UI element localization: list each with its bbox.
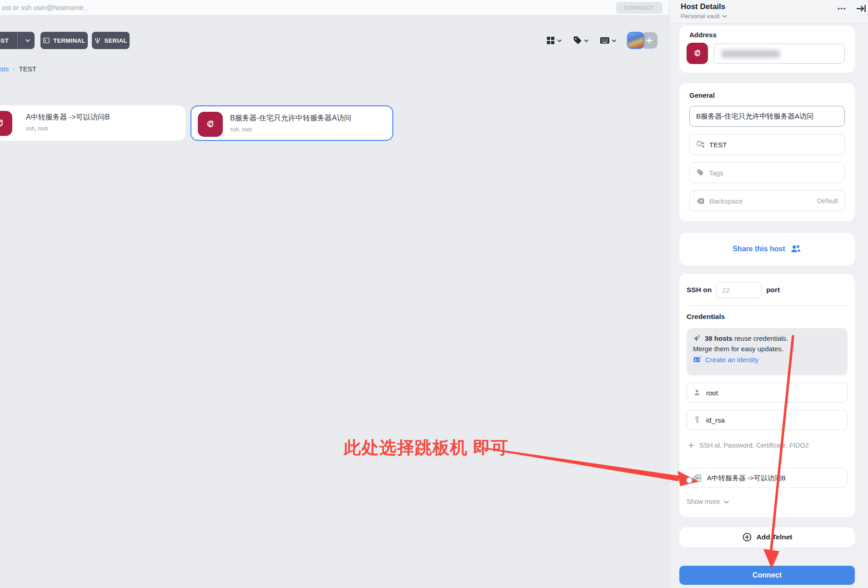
tags-filter-control[interactable]	[572, 35, 589, 45]
chevron-down-icon[interactable]	[21, 37, 35, 44]
collapse-panel-button[interactable]	[855, 2, 868, 16]
chevron-down-icon	[723, 498, 730, 505]
annotation-text: 此处选择跳板机 即可	[344, 436, 509, 459]
key-field[interactable]: id_rsa	[687, 410, 848, 430]
backspace-label: Backspace	[709, 197, 743, 205]
breadcrumb-separator: ›	[13, 65, 15, 72]
host-card-b[interactable]: B服务器-住宅只允许中转服务器A访问 ssh, root	[191, 105, 393, 141]
reuse-count: 38 hosts	[705, 334, 733, 342]
port-input[interactable]	[716, 282, 762, 298]
share-host-link[interactable]: Share this host	[733, 245, 785, 253]
debian-icon	[198, 112, 223, 137]
keyboard-icon	[599, 35, 610, 46]
debian-icon	[0, 111, 12, 136]
share-host-card[interactable]: Share this host	[679, 233, 855, 265]
breadcrumb-hosts-link[interactable]: sts	[0, 65, 9, 73]
divider	[687, 305, 848, 306]
reuse-text: reuse credentials.	[733, 334, 788, 342]
host-card-a[interactable]: A中转服务器 ->可以访问B ssh, root	[0, 105, 186, 141]
merge-text: Merge them for easy updates.	[693, 344, 841, 354]
redacted-address	[722, 50, 780, 58]
new-host-button[interactable]: HOST	[0, 32, 35, 49]
credentials-info-box: 38 hosts reuse credentials. Merge them f…	[687, 328, 848, 375]
vault-label: Personal vault	[681, 13, 720, 20]
plus-icon	[687, 442, 695, 449]
host-title: B服务器-住宅只允许中转服务器A访问	[230, 114, 351, 123]
create-identity-link[interactable]: Create an identity	[693, 354, 841, 365]
new-terminal-button[interactable]: TERMINAL	[40, 32, 88, 49]
host-name-value: B服务器-住宅只允许中转服务器A访问	[696, 112, 813, 121]
user-icon	[693, 389, 701, 397]
address-card: Address	[679, 25, 855, 73]
more-options-button[interactable]	[836, 3, 848, 16]
address-heading: Address	[689, 31, 717, 39]
host-title: A中转服务器 ->可以访问B	[26, 113, 110, 122]
show-more-label: Show more	[687, 498, 720, 505]
credentials-heading: Credentials	[687, 313, 725, 321]
collapse-right-icon	[856, 3, 867, 14]
circle-plus-icon	[742, 532, 752, 542]
host-name-input[interactable]: B服务器-住宅只允许中转服务器A访问	[689, 106, 845, 127]
terminal-icon	[43, 37, 50, 44]
main-area: CONNECT HOST TERMINAL SERIAL	[0, 0, 669, 588]
divider	[17, 32, 18, 49]
serial-label: SERIAL	[104, 37, 127, 44]
host-subtitle: ssh, root	[26, 125, 48, 132]
add-credential-label: SSH.id, Password, Certificate, FIDO2	[699, 442, 809, 449]
group-field[interactable]: TEST	[689, 134, 845, 155]
ellipsis-icon	[837, 4, 847, 14]
ssh-card: SSH on port Credentials 38 hosts reuse c…	[679, 274, 855, 517]
tags-field[interactable]: Tags	[689, 162, 845, 183]
keyboard-control[interactable]	[599, 35, 617, 46]
quick-connect-button[interactable]: CONNECT	[616, 2, 662, 14]
new-serial-button[interactable]: SERIAL	[92, 32, 130, 49]
terminal-label: TERMINAL	[53, 37, 85, 44]
host-chain-icon	[693, 473, 702, 483]
group-icon	[696, 140, 705, 149]
plus-icon	[645, 36, 653, 45]
host-subtitle: ssh, root	[230, 126, 252, 133]
layout-grid-control[interactable]	[546, 35, 562, 45]
panel-title: Host Details	[681, 2, 725, 11]
general-heading: General	[689, 91, 715, 99]
add-telnet-label: Add Telnet	[757, 533, 793, 541]
quick-connect-input[interactable]	[2, 0, 607, 15]
debian-icon	[687, 43, 708, 64]
breadcrumb-current: TEST	[19, 65, 36, 73]
chevron-down-icon	[722, 13, 728, 19]
avatar[interactable]	[627, 32, 644, 49]
chevron-down-icon	[611, 38, 617, 44]
tag-icon	[572, 35, 582, 45]
group-value: TEST	[709, 141, 727, 149]
backspace-icon	[696, 197, 705, 205]
create-identity-label: Create an identity	[705, 354, 759, 365]
tag-icon	[696, 169, 704, 177]
add-telnet-card[interactable]: Add Telnet	[679, 527, 855, 547]
jump-host-value: A中转服务器 ->可以访问B	[707, 474, 786, 483]
ssh-on-label: SSH on	[687, 286, 712, 294]
add-credential-link[interactable]: SSH.id, Password, Certificate, FIDO2	[687, 442, 809, 449]
connect-button[interactable]: Connect	[679, 566, 855, 585]
view-controls	[546, 32, 657, 49]
address-input[interactable]	[714, 44, 845, 64]
serial-icon	[94, 37, 101, 44]
tags-placeholder: Tags	[709, 169, 723, 177]
vault-selector[interactable]: Personal vault	[681, 13, 728, 20]
identity-card-icon	[693, 355, 702, 364]
chevron-down-icon	[583, 38, 589, 44]
port-label: port	[766, 286, 780, 294]
chevron-down-icon	[557, 38, 562, 44]
jump-host-field[interactable]: A中转服务器 ->可以访问B	[687, 468, 848, 488]
breadcrumb: sts › TEST	[0, 65, 36, 73]
quick-connect-bar: CONNECT	[0, 0, 669, 15]
backspace-field[interactable]: Backspace Default	[689, 190, 845, 211]
key-value: id_rsa	[706, 416, 725, 424]
new-host-label: HOST	[0, 37, 14, 44]
general-card: General B服务器-住宅只允许中转服务器A访问 TEST Tags Bac…	[679, 83, 855, 221]
username-field[interactable]: root	[687, 383, 848, 403]
grid-icon	[546, 35, 556, 45]
backspace-value: Default	[817, 197, 838, 204]
people-icon	[790, 243, 802, 255]
show-more-link[interactable]: Show more	[687, 498, 730, 505]
key-icon	[693, 416, 701, 424]
